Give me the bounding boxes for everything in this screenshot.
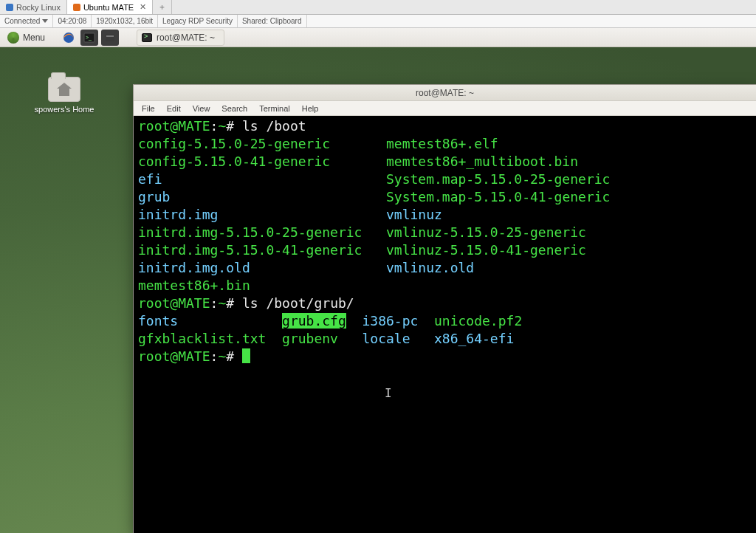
desktop-icon-home[interactable]: spowers's Home <box>31 72 97 114</box>
status-connected[interactable]: Connected <box>0 15 53 27</box>
firefox-launcher[interactable] <box>60 30 78 46</box>
status-time: 04:20:08 <box>53 15 92 27</box>
svg-rect-3 <box>106 34 114 41</box>
desktop-icon-label: spowers's Home <box>31 105 97 114</box>
menu-terminal[interactable]: Terminal <box>254 103 295 114</box>
taskbar-item-terminal[interactable]: root@MATE: ~ <box>137 30 224 46</box>
task-label: root@MATE: ~ <box>157 32 215 43</box>
menu-label: Menu <box>23 32 45 43</box>
svg-rect-4 <box>106 35 114 37</box>
remote-client-tabstrip: Rocky Linux Ubuntu MATE ✕ ＋ <box>0 0 756 15</box>
terminal-menubar: File Edit View Search Terminal Help <box>134 101 756 116</box>
terminal-output[interactable]: root@MATE:~# ls /boot config-5.15.0-25-g… <box>134 116 756 533</box>
terminal-window: root@MATE: ~ File Edit View Search Termi… <box>133 84 756 533</box>
terminal-icon: >_ <box>83 32 95 44</box>
files-icon <box>104 32 116 44</box>
remote-tab-rocky[interactable]: Rocky Linux <box>0 0 67 14</box>
menu-edit[interactable]: Edit <box>162 103 186 114</box>
tab-icon <box>73 4 80 11</box>
menu-search[interactable]: Search <box>216 103 252 114</box>
firefox-icon <box>63 32 75 44</box>
text-cursor-icon: I <box>385 385 392 402</box>
mate-logo-icon <box>7 32 19 44</box>
mate-panel: Menu >_ root@MATE: ~ <box>0 28 756 47</box>
terminal-icon <box>142 33 152 42</box>
home-folder-icon <box>47 72 82 102</box>
remote-client-statusbar: Connected 04:20:08 1920x1032, 16bit Lega… <box>0 15 756 28</box>
tab-label: Rocky Linux <box>16 3 61 12</box>
status-security: Legacy RDP Security <box>158 15 238 27</box>
tab-icon <box>6 4 13 11</box>
window-title: root@MATE: ~ <box>416 88 474 98</box>
terminal-launcher[interactable]: >_ <box>80 30 98 46</box>
status-shared: Shared: Clipboard <box>238 15 307 27</box>
svg-text:>_: >_ <box>86 35 92 41</box>
menu-view[interactable]: View <box>188 103 216 114</box>
tab-label: Ubuntu MATE <box>83 3 134 12</box>
close-icon[interactable]: ✕ <box>140 2 146 12</box>
menu-file[interactable]: File <box>137 103 160 114</box>
desktop[interactable]: Menu >_ root@MATE: ~ spowers's Home root… <box>0 28 756 533</box>
terminal-cursor <box>242 348 250 363</box>
status-resolution: 1920x1032, 16bit <box>92 15 158 27</box>
menu-help[interactable]: Help <box>297 103 324 114</box>
chevron-down-icon <box>42 19 48 23</box>
window-titlebar[interactable]: root@MATE: ~ <box>134 85 756 101</box>
new-tab-button[interactable]: ＋ <box>153 0 172 14</box>
menu-button[interactable]: Menu <box>3 32 49 44</box>
remote-tab-ubuntu-mate[interactable]: Ubuntu MATE ✕ <box>67 0 153 14</box>
files-launcher[interactable] <box>101 30 119 46</box>
